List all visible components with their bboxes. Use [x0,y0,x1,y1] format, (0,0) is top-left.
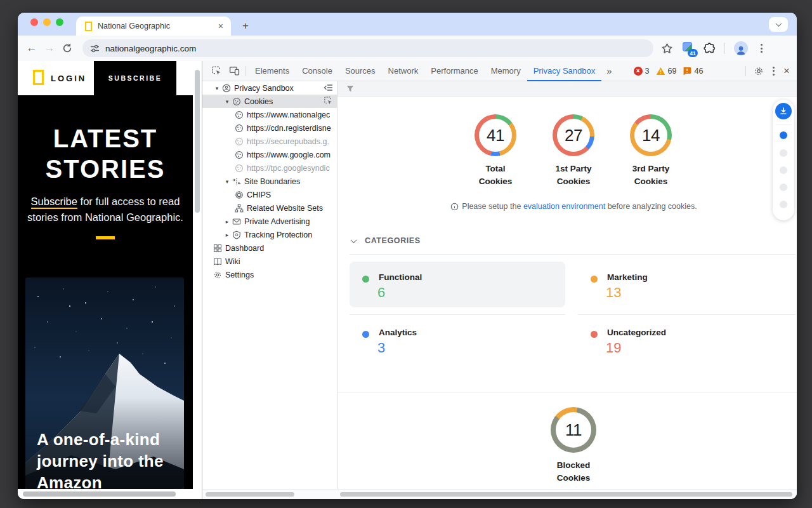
section-dot-active[interactable] [780,131,787,139]
evaluation-environment-link[interactable]: evaluation environment [523,202,605,211]
tree-item-chips[interactable]: CHIPS [202,188,337,201]
tab-sources[interactable]: Sources [339,61,382,81]
subscribe-text-link[interactable]: Subscribe [31,196,77,209]
page-horizontal-scrollbar[interactable] [18,489,202,499]
back-button[interactable]: ← [23,42,41,55]
tab-elements[interactable]: Elements [249,61,296,81]
category-dot [362,276,369,283]
tree-item-cookies[interactable]: ▾ Cookies [202,95,337,108]
tree-item-privacy-sandbox[interactable]: ▾ Privacy Sandbox [202,81,337,95]
devtools-body: ▾ Privacy Sandbox ▾ Cookies https://www.… [202,81,797,489]
tab-memory[interactable]: Memory [485,61,527,81]
scrollbar-thumb[interactable] [23,491,176,497]
tab-search-button[interactable] [769,17,788,32]
page-vertical-scrollbar[interactable] [193,61,202,489]
tree-item-url[interactable]: https://www.nationalgec [202,108,337,121]
tree-item-url[interactable]: https://securepubads.g. [202,135,337,148]
chevron-collapsed-icon[interactable]: ▸ [223,218,232,225]
scrollbar-thumb[interactable] [195,70,200,213]
tab-console[interactable]: Console [296,61,339,81]
browser-tab[interactable]: National Geographic × [76,17,231,36]
device-toolbar-icon[interactable] [225,63,243,79]
tab-strip: National Geographic × + [18,13,797,36]
scrollbar-thumb[interactable] [206,492,294,497]
donut-value: 14 [642,126,660,145]
tree-item-related-website-sets[interactable]: Related Website Sets [202,201,337,215]
more-tabs-icon[interactable]: » [601,65,617,76]
category-dot [362,331,369,338]
category-functional[interactable]: Functional 6 [350,262,565,307]
reload-button[interactable] [58,40,76,57]
donut-ring: 41 [475,114,516,156]
address-bar[interactable]: nationalgeographic.com [82,39,653,57]
tree-item-settings[interactable]: Settings [202,268,337,281]
tab-close-icon[interactable]: × [217,21,225,31]
donut-label: 3rd Party Cookies [619,163,683,188]
tab-network[interactable]: Network [382,61,425,81]
info-icon [450,203,459,211]
tree-item-wiki[interactable]: Wiki [202,255,337,268]
chevron-expanded-icon[interactable]: ▾ [223,98,232,105]
collapse-sidebar-icon[interactable] [323,83,333,93]
section-dot[interactable] [780,166,787,174]
devtools-horizontal-scrollbar[interactable] [202,489,797,499]
download-report-button[interactable] [775,103,792,119]
extensions-puzzle-icon[interactable] [704,43,716,55]
scrollbar-thumb[interactable] [340,492,792,497]
envelope-icon [232,217,242,227]
warnings-badge[interactable]: 69 [656,67,677,76]
minimize-window-button[interactable] [43,18,51,26]
devtools-menu-kebab-icon[interactable] [769,67,778,76]
story-title-line3: Amazon [37,473,102,489]
story-card[interactable]: A one-of-a-kind journey into the Amazon [25,277,184,489]
cookie-icon [234,137,244,147]
toolbar-divider [246,66,246,76]
section-dot[interactable] [780,149,787,157]
categories-header[interactable]: CATEGORIES [351,236,421,245]
profile-avatar[interactable] [734,41,748,55]
inspect-icon[interactable] [324,96,333,105]
subscribe-button[interactable]: SUBSCRIBE [94,61,176,95]
issues-badge[interactable]: 46 [683,67,703,76]
inspect-element-icon[interactable] [207,63,225,79]
tree-item-dashboard[interactable]: Dashboard [202,241,337,255]
tree-item-site-boundaries[interactable]: ▾ Site Boundaries [202,175,337,188]
forward-button[interactable]: → [41,42,58,55]
filter-icon[interactable] [346,84,355,93]
chevron-expanded-icon[interactable]: ▾ [223,178,232,185]
headline-line2: STORIES [18,155,193,184]
privacy-sandbox-tree: ▾ Privacy Sandbox ▾ Cookies https://www.… [202,81,337,489]
category-marketing[interactable]: Marketing 13 [578,262,796,307]
tree-item-tracking-protection[interactable]: ▸ Tracking Protection [202,228,337,241]
category-uncategorized[interactable]: Uncategorized 19 [578,317,796,363]
zoom-window-button[interactable] [56,18,63,26]
cookie-icon [234,150,244,160]
section-dot[interactable] [780,201,787,208]
tree-item-url[interactable]: https://cdn.registerdisne [202,121,337,135]
close-devtools-icon[interactable]: × [780,65,794,77]
tree-item-url[interactable]: https://www.google.com [202,148,337,161]
login-link[interactable]: LOGIN [51,74,86,83]
natgeo-logo[interactable] [33,70,44,85]
toolbar-divider [745,66,746,76]
tab-privacy-sandbox[interactable]: Privacy Sandbox [527,61,602,81]
chevron-expanded-icon[interactable]: ▾ [213,85,221,91]
tab-performance[interactable]: Performance [424,61,484,81]
privacy-sandbox-extension-icon[interactable]: 41 [682,42,695,55]
bookmark-star-icon[interactable] [661,43,673,55]
section-dot[interactable] [780,184,787,191]
chevron-collapsed-icon[interactable]: ▸ [223,232,232,238]
site-settings-icon[interactable] [90,44,100,53]
url-text[interactable]: nationalgeographic.com [105,44,196,53]
new-tab-button[interactable]: + [237,18,254,34]
chevron-down-icon [351,237,357,243]
category-analytics[interactable]: Analytics 3 [350,317,565,363]
row-divider [578,314,796,315]
warning-icon [656,67,665,76]
tree-item-private-advertising[interactable]: ▸ Private Advertising [202,215,337,228]
browser-menu-kebab-icon[interactable] [757,44,766,53]
tree-item-url[interactable]: https://tpc.googlesyndic [202,161,337,175]
close-window-button[interactable] [30,18,38,26]
devtools-settings-gear-icon[interactable] [750,63,768,79]
errors-badge[interactable]: × 3 [634,67,650,76]
